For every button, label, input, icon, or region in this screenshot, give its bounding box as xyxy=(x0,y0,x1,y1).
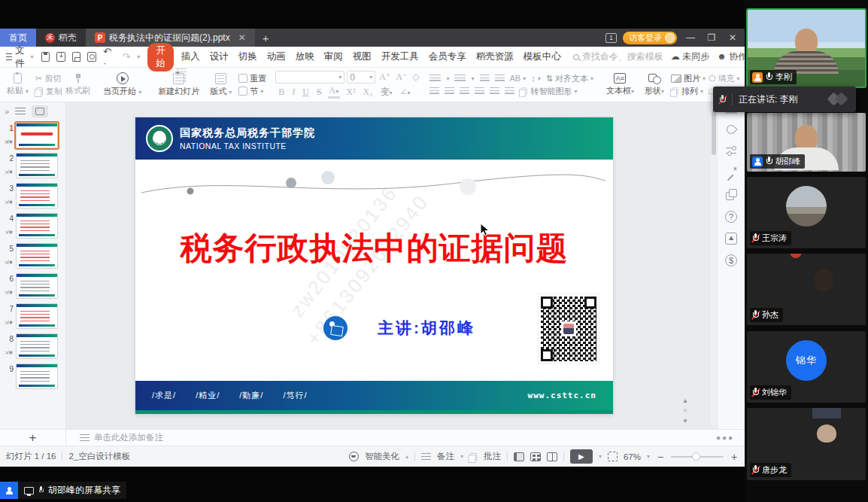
print-preview-icon[interactable] xyxy=(87,52,96,62)
section-button[interactable]: 节 ▾ xyxy=(238,86,266,97)
bullet-list-icon[interactable] xyxy=(429,75,441,83)
play-from-current-button[interactable]: 当页开始 ▾ xyxy=(99,68,145,101)
font-color-button[interactable]: A▾ xyxy=(328,85,341,99)
underline-button[interactable]: U xyxy=(301,87,311,98)
vertical-scrollbar[interactable] xyxy=(711,105,717,426)
zoom-level[interactable]: 67% xyxy=(624,452,641,461)
picture-button[interactable]: 图片▾ xyxy=(671,73,706,84)
format-painter-button[interactable]: 格式刷 xyxy=(65,85,90,96)
tab-close-icon[interactable]: ✕ xyxy=(238,32,246,43)
comments-button[interactable]: 批注 xyxy=(484,451,501,462)
fit-to-window-icon[interactable] xyxy=(608,452,618,461)
strikethrough-button[interactable]: S xyxy=(315,87,323,98)
cut-button[interactable]: ✂ 剪切 xyxy=(35,73,62,84)
menu-tab-start[interactable]: 开始 xyxy=(147,43,174,71)
close-button[interactable]: ✕ xyxy=(725,32,740,43)
slide-thumb-5[interactable]: 5≯★ xyxy=(0,241,65,271)
quick-send-icon[interactable] xyxy=(725,123,737,135)
video-tile-wangzongtao[interactable]: 王宗涛 xyxy=(747,177,866,248)
editor-canvas[interactable]: 国家税务总局税务干部学院 NATIONAL TAX INSTITUTE zw20… xyxy=(66,102,717,429)
play-options-chevron-icon[interactable]: ▾ xyxy=(599,453,602,460)
undo-icon[interactable]: ↶ · xyxy=(103,46,115,68)
slide-thumb-8[interactable]: 8≯★ xyxy=(0,331,65,361)
numbered-list-icon[interactable] xyxy=(454,75,466,83)
command-search[interactable]: 查找命令、搜索模板 xyxy=(573,50,663,63)
menu-tab-member[interactable]: 会员专享 xyxy=(429,50,466,63)
tab-docer[interactable]: 禾 稻壳 xyxy=(36,29,86,47)
text-direction-button[interactable]: AB▾ xyxy=(510,74,527,83)
italic-button[interactable]: I xyxy=(290,87,296,98)
next-slide-icon[interactable]: ▼ xyxy=(682,418,688,424)
slide-jump-icon[interactable]: ⌗ xyxy=(684,407,687,415)
reading-view-icon[interactable] xyxy=(547,452,557,461)
object-properties-icon[interactable] xyxy=(726,145,736,157)
video-tile-hushaofeng[interactable]: 胡邵峰 xyxy=(747,113,866,172)
save-icon[interactable] xyxy=(41,52,50,62)
panel-handle-icon[interactable]: ●●● xyxy=(716,434,734,442)
slide-thumb-4[interactable]: 4≯★ xyxy=(0,211,65,241)
menu-tab-design[interactable]: 设计 xyxy=(210,50,229,63)
minimize-button[interactable]: — xyxy=(683,32,698,43)
qat-more-icon[interactable]: ▾ xyxy=(137,53,140,60)
guest-login-button[interactable]: 访客登录 xyxy=(623,32,677,44)
columns-icon[interactable] xyxy=(505,87,514,96)
arrange-button[interactable]: 排列▾ xyxy=(671,86,706,97)
font-size-select[interactable]: 0▾ xyxy=(347,71,375,84)
distribute-icon[interactable] xyxy=(490,87,499,96)
menu-tab-review[interactable]: 审阅 xyxy=(324,50,343,63)
slide-sorter-view-icon[interactable] xyxy=(530,452,541,461)
highlight-button[interactable]: ∠▾ xyxy=(398,87,411,98)
increase-font-icon[interactable]: A⁺ xyxy=(378,71,392,83)
to-smartart-button[interactable]: 转智能图形▾ xyxy=(520,86,577,97)
line-spacing-button[interactable]: ↕▾ xyxy=(531,74,541,83)
outline-view-icon[interactable] xyxy=(15,108,26,116)
new-slide-button[interactable]: 新建幻灯片 xyxy=(154,68,203,101)
notes-input[interactable]: 单击此处添加备注 xyxy=(66,432,163,443)
menu-tab-view[interactable]: 视图 xyxy=(353,50,372,63)
textbox-button[interactable]: A≡ 文本框▾ xyxy=(602,68,638,101)
menu-tab-insert[interactable]: 插入 xyxy=(181,50,200,63)
template-name[interactable]: 2_空白设计模板 xyxy=(68,451,130,462)
expand-panel-icon[interactable]: » xyxy=(5,107,9,116)
align-right-icon[interactable] xyxy=(460,87,469,96)
shapes-button[interactable]: 形状▾ xyxy=(641,68,668,101)
window-count-badge[interactable]: 1 xyxy=(605,33,617,43)
smart-beautify-icon[interactable] xyxy=(725,167,737,179)
smart-beautify-button[interactable]: 智能美化 xyxy=(365,451,399,462)
beautify-chevron-icon[interactable]: ▴ xyxy=(405,453,408,460)
rewards-icon[interactable]: $ xyxy=(725,254,737,266)
export-icon[interactable] xyxy=(56,52,65,62)
sync-status-button[interactable]: ☁ 未同步 xyxy=(671,50,709,63)
maximize-button[interactable]: ❐ xyxy=(704,32,719,43)
slideshow-play-button[interactable]: ▶ xyxy=(570,449,593,464)
zoom-out-button[interactable]: − xyxy=(656,451,665,463)
copy-button[interactable]: 复制 xyxy=(35,86,62,97)
add-slide-button[interactable]: + xyxy=(0,430,66,446)
reset-button[interactable]: 重置 xyxy=(238,73,266,84)
slide-1-canvas[interactable]: 国家税务总局税务干部学院 NATIONAL TAX INSTITUTE zw20… xyxy=(135,117,613,414)
file-menu[interactable]: 文件 ▾ xyxy=(6,44,34,70)
zoom-slider-knob[interactable] xyxy=(692,452,700,461)
paste-button[interactable]: 粘贴 ▾ xyxy=(3,68,32,101)
redo-icon[interactable]: ↷ xyxy=(122,51,130,62)
notes-toggle-button[interactable]: 备注 xyxy=(437,451,454,462)
zoom-in-button[interactable]: + xyxy=(730,451,739,463)
speaking-indicator-toast[interactable]: 正在讲话: 李刚 xyxy=(713,87,856,112)
format-painter-icon[interactable] xyxy=(65,74,90,84)
justify-icon[interactable] xyxy=(475,87,484,96)
video-tile-tangbulong[interactable]: 唐步龙 xyxy=(747,408,866,480)
decrease-font-icon[interactable]: A⁻ xyxy=(394,71,408,83)
slide-thumb-7[interactable]: 7≯★ xyxy=(0,301,65,331)
normal-view-icon[interactable] xyxy=(514,452,524,461)
clear-format-icon[interactable]: ◇ xyxy=(411,71,420,83)
new-tab-button[interactable]: + xyxy=(255,29,277,47)
superscript-button[interactable]: X² xyxy=(344,87,357,98)
layout-button[interactable]: 版式 ▾ xyxy=(206,68,235,101)
collaborate-button[interactable]: ☻ 协作 xyxy=(717,50,745,63)
menu-tab-docer-resources[interactable]: 稻壳资源 xyxy=(476,50,514,63)
align-left-icon[interactable] xyxy=(429,87,439,96)
font-family-select[interactable]: ▾ xyxy=(275,71,344,84)
video-tile-ligang[interactable]: 李刚 xyxy=(747,9,866,87)
slide-thumb-3[interactable]: 3≯★ xyxy=(0,181,65,211)
video-tile-liujinhua[interactable]: 锦华 刘锦华 xyxy=(747,331,866,403)
